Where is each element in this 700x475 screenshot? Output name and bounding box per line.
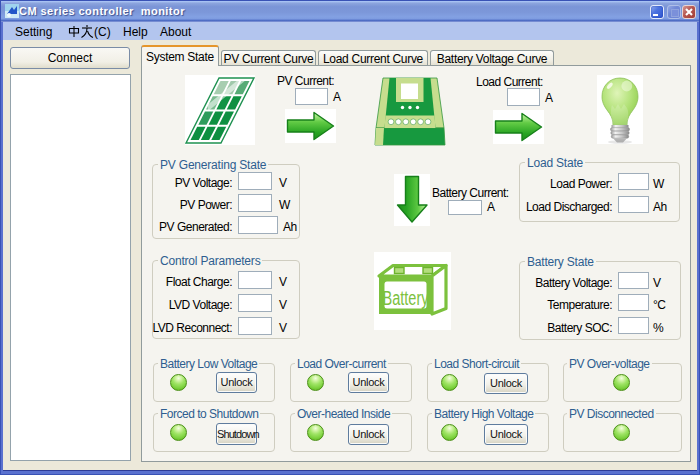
svg-text:Battery: Battery <box>383 287 429 309</box>
